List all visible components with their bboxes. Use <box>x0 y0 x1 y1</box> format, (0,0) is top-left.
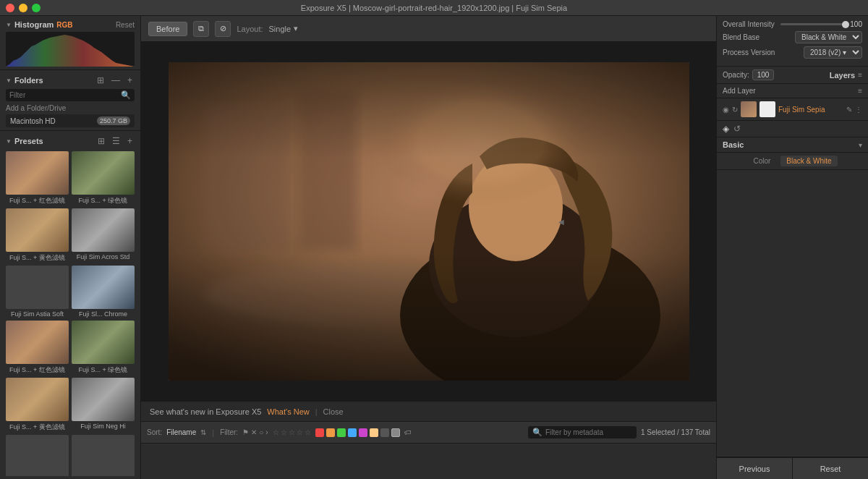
purple-filter[interactable] <box>359 428 367 437</box>
folder-action-btn2[interactable]: — <box>109 75 122 86</box>
opacity-value[interactable]: 100 <box>752 69 775 80</box>
filmstrip-toolbar: Sort: Filename ⇅ | Filter: ⚑ ✕ ○ › ☆ ☆ ☆… <box>141 422 716 444</box>
main-image <box>169 62 689 381</box>
window-title: Exposure X5 | Moscow-girl-portrait-red-h… <box>301 4 567 12</box>
before-button[interactable]: Before <box>148 22 187 36</box>
x-icon[interactable]: ✕ <box>251 428 257 436</box>
preset-thumbnail <box>72 378 135 421</box>
preset-item[interactable]: Fuji S... + 绿色镜 <box>72 321 135 375</box>
star-filter: ☆ ☆ ☆ ☆ ☆ <box>273 428 311 436</box>
sort-direction-icon[interactable]: ⇅ <box>200 428 206 436</box>
preset-thumbnail <box>72 208 135 252</box>
add-folder-label[interactable]: Add a Folder/Drive <box>6 104 135 112</box>
arrow-right-icon[interactable]: › <box>265 428 268 436</box>
filter-icons: ⚑ ✕ ○ › <box>242 428 268 436</box>
preset-label: Fuji S... + 红色滤镜 <box>6 196 69 205</box>
color-bw-toggle: Color Black & White <box>717 153 868 170</box>
tool-adjust-icon[interactable]: ◈ <box>723 124 729 134</box>
split-tool-btn[interactable]: ⊘ <box>215 21 231 37</box>
preset-item[interactable]: Fuji S... + 红色滤镜 <box>6 321 69 375</box>
layout-arrow-icon: ▾ <box>294 24 298 33</box>
layer-mask-thumbnail <box>760 101 775 117</box>
preset-item[interactable]: Fuji Sim...ovia Std <box>72 435 135 476</box>
sort-value[interactable]: Filename <box>166 428 196 436</box>
presets-collapse-icon[interactable]: ▼ <box>6 138 12 145</box>
notification-close[interactable]: Close <box>323 407 344 416</box>
overall-intensity-slider[interactable] <box>780 23 848 25</box>
preset-item[interactable]: Fuji Sim Astia Soft <box>6 266 69 318</box>
tool-refresh-icon[interactable]: ↺ <box>733 124 741 134</box>
compare-tool-btn[interactable]: ⧉ <box>193 21 209 37</box>
folder-add-btn[interactable]: + <box>125 75 135 86</box>
blend-base-select[interactable]: Black & White <box>795 31 862 43</box>
layer-visibility-icon[interactable]: ◉ <box>723 106 729 114</box>
preset-thumbnail <box>6 208 69 252</box>
sort-label: Sort: <box>147 428 162 436</box>
presets-add-btn[interactable]: + <box>125 135 135 147</box>
preset-item[interactable]: Fuji S... + 红色滤镜 <box>6 151 69 205</box>
color-filter <box>315 428 400 437</box>
whats-new-link[interactable]: What's New <box>267 407 309 416</box>
layers-menu-icon[interactable]: ≡ <box>858 71 862 79</box>
red-filter[interactable] <box>315 428 324 437</box>
layer-thumbnail <box>741 101 757 117</box>
white-filter[interactable] <box>391 428 400 437</box>
close-button[interactable] <box>6 4 14 12</box>
center-area: Before ⧉ ⊘ Layout: Single ▾ <box>141 16 716 479</box>
grey-filter[interactable] <box>380 428 389 437</box>
add-layer-menu-icon[interactable]: ≡ <box>858 87 862 95</box>
process-version-label: Process Version <box>723 48 775 56</box>
add-layer-row: Add Layer ≡ <box>717 84 868 98</box>
basic-expand-icon[interactable]: ▾ <box>859 141 862 149</box>
presets-list-view-btn[interactable]: ☰ <box>110 135 122 147</box>
opacity-label: Opacity: <box>723 71 749 79</box>
preset-item[interactable]: Fuji S... + 黄色滤镜 <box>6 208 69 263</box>
maximize-button[interactable] <box>32 4 41 12</box>
folder-search-input[interactable] <box>9 91 121 99</box>
image-view: ◀ <box>141 42 716 401</box>
preset-item[interactable]: Fuji Sim Neg Hi <box>72 378 135 432</box>
presets-grid-view-btn[interactable]: ⊞ <box>95 135 107 147</box>
folder-action-btn1[interactable]: ⊞ <box>95 75 106 86</box>
preset-item[interactable]: Fuji Sim Neg Std <box>6 435 69 476</box>
layer-more-icon[interactable]: ⋮ <box>855 106 862 114</box>
star-1[interactable]: ☆ <box>273 428 279 436</box>
star-5[interactable]: ☆ <box>305 428 311 436</box>
color-tab[interactable]: Color <box>747 156 776 166</box>
bw-tab[interactable]: Black & White <box>780 156 837 166</box>
preset-item[interactable]: Fuji S... + 绿色镜 <box>72 151 135 205</box>
presets-title: Presets <box>14 137 43 145</box>
yellow-filter[interactable] <box>370 428 378 437</box>
right-panel-expand-icon[interactable]: ◀ <box>558 218 564 226</box>
layer-edit-icon[interactable]: ✎ <box>846 106 852 114</box>
traffic-lights <box>6 4 41 12</box>
minimize-button[interactable] <box>19 4 27 12</box>
preset-label: Fuji S... + 黄色滤镜 <box>6 423 69 432</box>
star-2[interactable]: ☆ <box>281 428 287 436</box>
right-panel: Overall Intensity 100 Blend Base Black &… <box>716 16 868 479</box>
preset-item[interactable]: Fuji S... + 黄色滤镜 <box>6 378 69 432</box>
preset-thumbnail <box>72 266 135 309</box>
reset-button[interactable]: Reset <box>793 458 868 479</box>
circle-icon[interactable]: ○ <box>259 428 263 436</box>
green-filter[interactable] <box>337 428 346 437</box>
flag-icon[interactable]: ⚑ <box>242 428 249 436</box>
preset-item[interactable]: Fuji Sl... Chrome <box>72 266 135 318</box>
layer-sync-icon[interactable]: ↻ <box>732 106 738 114</box>
histogram-title: Histogram <box>14 20 54 29</box>
label-icon[interactable]: 🏷 <box>404 428 412 436</box>
metadata-search-input[interactable] <box>545 428 632 436</box>
previous-button[interactable]: Previous <box>717 458 793 479</box>
preset-item[interactable]: Fuji Sim Acros Std <box>72 208 135 263</box>
star-4[interactable]: ☆ <box>297 428 303 436</box>
histogram-collapse-icon[interactable]: ▼ <box>6 22 12 28</box>
folders-collapse-icon[interactable]: ▼ <box>6 77 12 84</box>
histogram-reset[interactable]: Reset <box>116 21 135 29</box>
process-version-select[interactable]: 2018 (v2) ▾ <box>804 46 862 59</box>
blue-filter[interactable] <box>348 428 357 437</box>
rp-footer: Previous Reset <box>717 457 868 479</box>
layout-selector[interactable]: Single ▾ <box>269 24 299 33</box>
toolbar: Before ⧉ ⊘ Layout: Single ▾ <box>141 16 716 42</box>
orange-filter[interactable] <box>326 428 335 437</box>
star-3[interactable]: ☆ <box>289 428 295 436</box>
